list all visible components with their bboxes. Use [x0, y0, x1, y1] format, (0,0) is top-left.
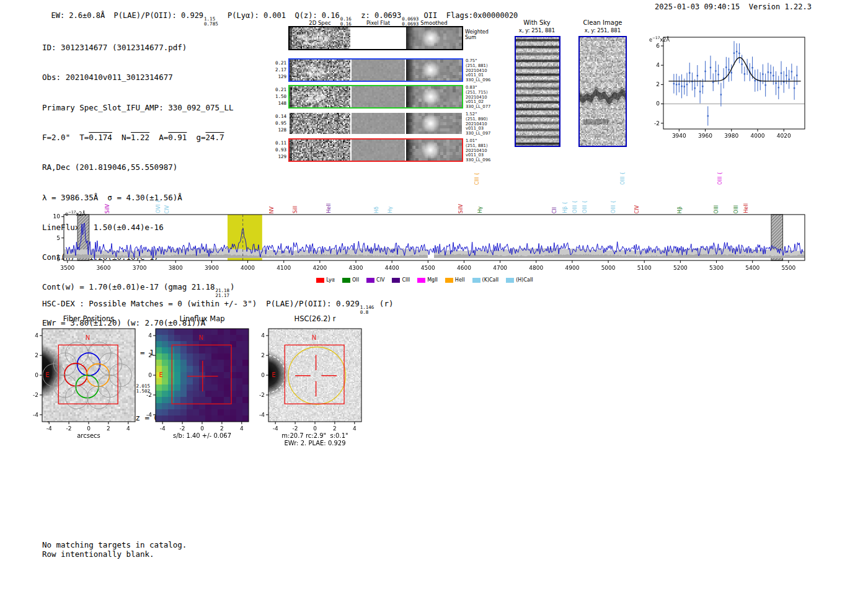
- legend-label: HeII: [455, 277, 465, 283]
- header-flags: OII Flags:0x00000020: [419, 11, 518, 20]
- hsc-caption-1: m:20.7 rc:2.9" s:0.1": [259, 432, 371, 439]
- text: Sum: [465, 35, 489, 40]
- legend-label: CIV: [376, 277, 384, 283]
- flux-value: 0.95: [275, 120, 286, 127]
- text: x2Å: [76, 211, 86, 217]
- legend-swatch: [392, 278, 400, 283]
- legend-swatch: [366, 278, 374, 283]
- lo-value: 0.16: [340, 22, 352, 27]
- info-cont-w: Cont(w) = 1.70(±0.01)e-17 (gmag 21.1821.…: [42, 282, 235, 298]
- text: (r): [374, 299, 393, 308]
- legend-label: (K)CaII: [482, 277, 499, 283]
- clean-image-coords: x, y: 251, 881: [572, 27, 634, 33]
- weight-value: 0.11: [275, 140, 286, 146]
- legend-swatch: [342, 278, 350, 283]
- legend-item: CIII: [392, 277, 410, 283]
- fiber-row3-pixelflat-canvas: [352, 113, 405, 134]
- ifu-amp: 330_LL_096: [466, 78, 499, 83]
- fiber-row1-2dspec-canvas: [290, 60, 350, 81]
- fiber-row4-pixelflat-canvas: [352, 140, 405, 161]
- text: ): [230, 282, 235, 291]
- text: g=: [187, 133, 205, 142]
- fiber-row2-smoothed-canvas: [406, 86, 462, 107]
- legend-item: OII: [342, 277, 359, 283]
- fiber-row3-smoothed-canvas: [406, 113, 462, 134]
- emission-line-labels-layer: SiIVOVI {CIVNVSiIIHeIIHδHγSiIVCIII {HγCI…: [37, 164, 812, 213]
- exponent: −17: [652, 35, 660, 40]
- weighted-sum-label: Weighted Sum: [465, 29, 489, 40]
- fiber-row-annotation: 1.52"(251, 890)20210410v011_03330_LL_097: [466, 112, 499, 136]
- pixel-value: 128: [278, 127, 286, 133]
- pixel-value: 129: [278, 153, 286, 160]
- with-sky-coords: x, y: 251, 881: [508, 27, 565, 33]
- weight-value: 0.14: [275, 113, 286, 120]
- weighted-sum-row: [288, 26, 463, 50]
- legend-item: CIV: [366, 277, 384, 283]
- ifu-amp: 330_LL_096: [466, 158, 499, 163]
- fiber-row1-smoothed-canvas: [406, 60, 462, 81]
- column-header-pixelflat: Pixel Flat: [360, 20, 397, 26]
- ifu-amp: 330_LL_077: [466, 105, 499, 110]
- text: Weighted: [465, 29, 489, 35]
- fiber-row-strips: [288, 138, 463, 162]
- legend-item: Lyα: [316, 277, 335, 283]
- pixel-value: 148: [278, 100, 286, 107]
- legend-item: HeII: [445, 277, 465, 283]
- fiber-row2-pixelflat-canvas: [352, 86, 405, 107]
- emission-line-label: OIII {: [620, 172, 626, 185]
- flux-value: 2.17: [275, 66, 286, 73]
- fiber-row-annotation: 0.83"(251, 715)20210410v011_02330_LL_077: [466, 86, 499, 110]
- footer-note-2: Row intentionally blank.: [42, 549, 154, 559]
- fiber-row-values: 0.110.93129: [270, 140, 286, 160]
- fiber-row-values: 0.140.95128: [270, 113, 286, 133]
- plae-r-uncertainty: 1.1460.8: [360, 305, 375, 314]
- header-plya-qz: P(Lyα): 0.001 Q(z): 0.16: [219, 11, 340, 20]
- legend-swatch: [417, 278, 425, 283]
- flux-value: 1.50: [275, 93, 286, 100]
- clean-image-canvas: [580, 37, 626, 146]
- n-value: 1.22: [131, 133, 149, 142]
- ifu-amp: 330_LL_097: [466, 131, 499, 136]
- column-header-smoothed: Smoothed: [415, 20, 453, 26]
- fiber-row-strips: [288, 85, 463, 109]
- with-sky-panel: [515, 36, 560, 147]
- a-value: 0.91: [168, 133, 187, 142]
- weight-value: 0.21: [275, 86, 286, 93]
- fiber-row-values: 0.212.17129: [270, 60, 286, 80]
- hsc-cutout-canvas: [252, 325, 367, 443]
- weighted-sum-canvas: [290, 27, 462, 49]
- text: A=: [149, 133, 168, 142]
- zoom-spectrum-plot: [644, 32, 810, 144]
- spectrum-ylabel: e−17x2Å: [65, 210, 86, 217]
- full-spectrum-plot: [37, 211, 812, 277]
- info-aperture-stats: F=2.0" T=0.174 N=1.22 A=0.91 g=24.7: [42, 133, 235, 143]
- legend-label: CIII: [402, 277, 410, 283]
- text: Cont(w) = 1.70(±0.01)e-17 (gmag 21.18: [42, 282, 215, 291]
- lo-value: 21.17: [215, 293, 229, 298]
- clean-image-panel: [578, 36, 627, 147]
- pixel-value: 129: [278, 73, 286, 80]
- lineflux-map-title: Lineflux Map: [156, 314, 249, 323]
- lineflux-caption: s/b: 1.40 +/- 0.067: [146, 432, 258, 439]
- fiber-row3-2dspec-canvas: [290, 113, 350, 134]
- legend-item: (K)CaII: [472, 277, 499, 283]
- info-obs: Obs: 20210410v011_3012314677: [42, 73, 235, 82]
- fiber-row1-pixelflat-canvas: [352, 60, 405, 81]
- legend-label: (H)CaII: [516, 277, 533, 283]
- qz-uncertainty: 0.160.16: [340, 17, 352, 26]
- fiber-row2-2dspec-canvas: [290, 86, 350, 107]
- text: x2Å: [660, 37, 670, 43]
- legend-item: (H)CaII: [506, 277, 533, 283]
- legend-swatch: [316, 278, 324, 283]
- legend-label: MgII: [427, 277, 438, 283]
- with-sky-canvas: [516, 37, 559, 146]
- legend-swatch: [472, 278, 480, 283]
- elixer-report-page: { "header": { "seg1": "EW: 2.6±0.8Å P(LA…: [0, 0, 868, 591]
- hsc-cutout-title: HSC(26.2) r: [268, 314, 361, 323]
- hsc-match-line: HSC-DEX : Possible Matches = 0 (within +…: [42, 299, 393, 314]
- emission-line-label: CIII {: [474, 172, 480, 185]
- legend-item: MgII: [417, 277, 438, 283]
- hsc-caption-2: EWr: 2. PLAE: 0.929: [259, 440, 371, 447]
- lo-value: 0.8: [360, 310, 374, 315]
- fiber-row-strips: [288, 58, 463, 82]
